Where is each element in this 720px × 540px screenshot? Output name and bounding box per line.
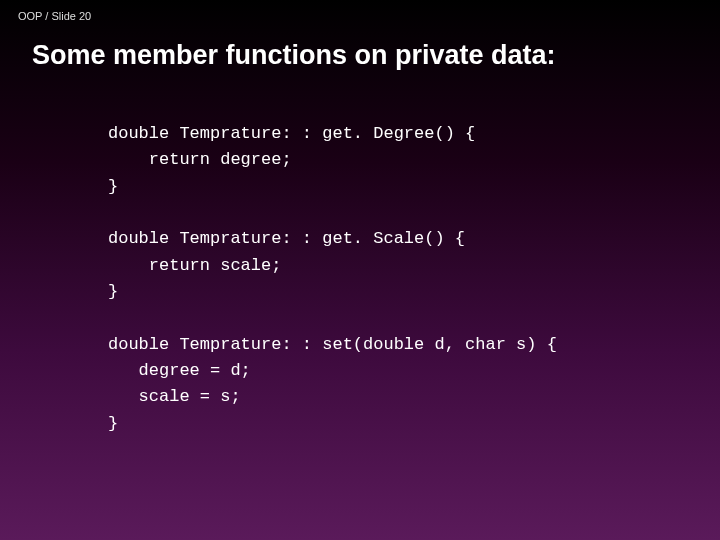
code-block: double Temprature: : get. Degree() { ret… <box>0 71 720 437</box>
slide-title: Some member functions on private data: <box>0 22 720 71</box>
breadcrumb: OOP / Slide 20 <box>0 0 720 22</box>
